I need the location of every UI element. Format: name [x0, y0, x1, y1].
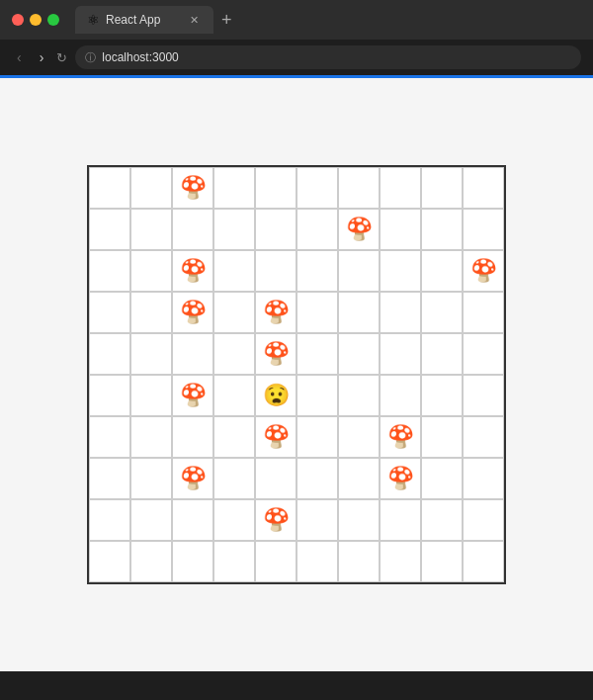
grid-cell[interactable]: [296, 499, 338, 541]
grid-cell[interactable]: [338, 541, 380, 582]
grid-cell[interactable]: [338, 375, 380, 416]
grid-cell[interactable]: [89, 458, 130, 499]
grid-cell[interactable]: [296, 292, 338, 333]
grid-cell[interactable]: [421, 375, 463, 416]
grid-cell[interactable]: [89, 250, 130, 292]
grid-cell[interactable]: [463, 416, 504, 458]
grid-cell[interactable]: [296, 375, 338, 416]
grid-cell[interactable]: [338, 416, 380, 458]
grid-cell[interactable]: [338, 333, 380, 375]
grid-cell[interactable]: [213, 333, 255, 375]
grid-cell[interactable]: [172, 541, 213, 582]
grid-cell[interactable]: [89, 209, 130, 250]
grid-cell[interactable]: [172, 416, 213, 458]
grid-cell[interactable]: 🍄: [255, 499, 296, 541]
grid-cell[interactable]: [463, 209, 504, 250]
grid-cell[interactable]: [255, 167, 296, 209]
grid-cell[interactable]: [380, 209, 421, 250]
grid-cell[interactable]: [89, 333, 130, 375]
grid-cell[interactable]: [130, 499, 172, 541]
grid-cell[interactable]: [213, 541, 255, 582]
grid-cell[interactable]: [380, 167, 421, 209]
grid-cell[interactable]: [130, 209, 172, 250]
grid-cell[interactable]: [130, 541, 172, 582]
grid-cell[interactable]: [421, 250, 463, 292]
grid-cell[interactable]: [89, 541, 130, 582]
grid-cell[interactable]: [130, 167, 172, 209]
grid-cell[interactable]: [463, 167, 504, 209]
back-button[interactable]: ‹: [12, 46, 27, 68]
grid-cell[interactable]: [172, 209, 213, 250]
grid-cell[interactable]: [463, 541, 504, 582]
grid-cell[interactable]: [421, 458, 463, 499]
grid-cell[interactable]: 🍄: [255, 333, 296, 375]
grid-cell[interactable]: [213, 167, 255, 209]
grid-cell[interactable]: [255, 458, 296, 499]
grid-cell[interactable]: [296, 250, 338, 292]
grid-cell[interactable]: 🍄: [172, 375, 213, 416]
grid-cell[interactable]: [463, 375, 504, 416]
grid-cell[interactable]: [296, 333, 338, 375]
grid-cell[interactable]: 🍄: [380, 458, 421, 499]
grid-cell[interactable]: [380, 541, 421, 582]
grid-cell[interactable]: [213, 209, 255, 250]
grid-cell[interactable]: [421, 541, 463, 582]
grid-cell[interactable]: [172, 499, 213, 541]
active-tab[interactable]: ⚛ React App ✕: [75, 6, 213, 34]
grid-cell[interactable]: [463, 458, 504, 499]
grid-cell[interactable]: [213, 250, 255, 292]
grid-cell[interactable]: [338, 167, 380, 209]
grid-cell[interactable]: [213, 499, 255, 541]
grid-cell[interactable]: [130, 375, 172, 416]
grid-cell[interactable]: [296, 541, 338, 582]
grid-cell[interactable]: [380, 499, 421, 541]
grid-cell[interactable]: [380, 333, 421, 375]
grid-cell[interactable]: [213, 375, 255, 416]
grid-cell[interactable]: [421, 499, 463, 541]
grid-cell[interactable]: [463, 292, 504, 333]
grid-cell[interactable]: 🍄: [172, 458, 213, 499]
grid-cell[interactable]: [296, 167, 338, 209]
grid-cell[interactable]: [380, 250, 421, 292]
grid-cell[interactable]: [338, 292, 380, 333]
grid-cell[interactable]: [172, 333, 213, 375]
grid-cell[interactable]: [255, 250, 296, 292]
grid-cell[interactable]: 🍄: [463, 250, 504, 292]
grid-cell[interactable]: [421, 292, 463, 333]
grid-cell[interactable]: [338, 499, 380, 541]
grid-cell[interactable]: [421, 167, 463, 209]
grid-cell[interactable]: [463, 333, 504, 375]
close-button[interactable]: [12, 14, 24, 26]
grid-cell[interactable]: [380, 292, 421, 333]
grid-cell[interactable]: [213, 292, 255, 333]
grid-cell[interactable]: [338, 250, 380, 292]
new-tab-button[interactable]: +: [221, 10, 232, 31]
url-bar[interactable]: ⓘ localhost:3000: [75, 45, 581, 69]
grid-cell[interactable]: 🍄: [172, 292, 213, 333]
grid-cell[interactable]: [463, 499, 504, 541]
grid-cell[interactable]: [89, 167, 130, 209]
grid-cell[interactable]: [296, 458, 338, 499]
grid-cell[interactable]: 🍄: [380, 416, 421, 458]
grid-cell[interactable]: [130, 333, 172, 375]
grid-cell[interactable]: [255, 209, 296, 250]
grid-cell[interactable]: 😧: [255, 375, 296, 416]
grid-cell[interactable]: [213, 416, 255, 458]
grid-cell[interactable]: [421, 416, 463, 458]
grid-cell[interactable]: [338, 458, 380, 499]
grid-cell[interactable]: 🍄: [172, 250, 213, 292]
forward-button[interactable]: ›: [35, 46, 49, 68]
grid-cell[interactable]: [421, 209, 463, 250]
grid-cell[interactable]: [130, 458, 172, 499]
grid-cell[interactable]: [130, 292, 172, 333]
tab-close-button[interactable]: ✕: [187, 13, 202, 28]
grid-cell[interactable]: 🍄: [255, 292, 296, 333]
grid-cell[interactable]: 🍄: [255, 416, 296, 458]
grid-cell[interactable]: [130, 416, 172, 458]
grid-cell[interactable]: [296, 209, 338, 250]
maximize-button[interactable]: [47, 14, 59, 26]
grid-cell[interactable]: [89, 416, 130, 458]
grid-cell[interactable]: [89, 375, 130, 416]
grid-cell[interactable]: 🍄: [172, 167, 213, 209]
grid-cell[interactable]: [130, 250, 172, 292]
